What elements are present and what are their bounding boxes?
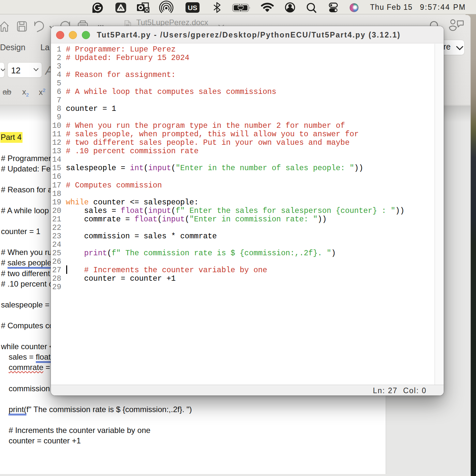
- svg-text:US: US: [188, 4, 197, 11]
